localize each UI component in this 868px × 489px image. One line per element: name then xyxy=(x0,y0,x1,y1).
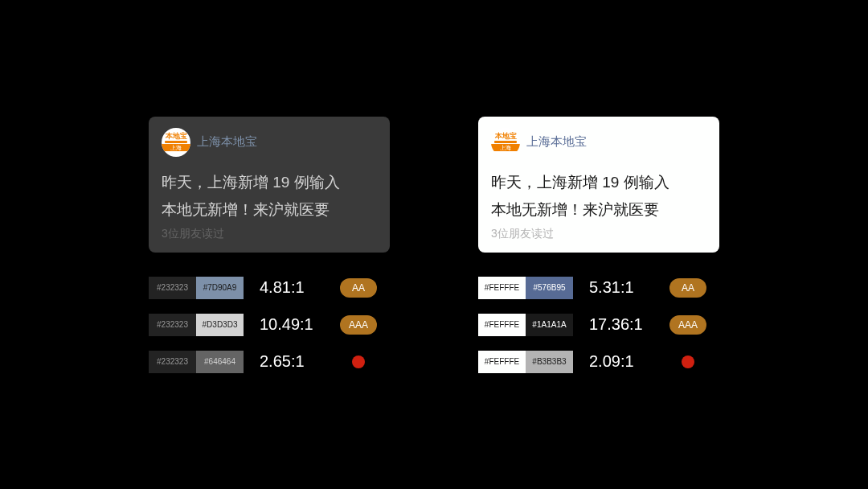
light-mode-panel: 本地宝 上海 上海本地宝 昨天，上海新增 19 例输入 本地无新增！来沪就医要 … xyxy=(478,117,719,373)
grade-badge: AAA xyxy=(669,315,706,335)
light-card: 本地宝 上海 上海本地宝 昨天，上海新增 19 例输入 本地无新增！来沪就医要 … xyxy=(478,117,719,253)
subtext: 3位朋友读过 xyxy=(162,227,377,241)
swatch-pair: #FEFFFE #B3B3B3 xyxy=(478,351,573,373)
contrast-row: #FEFFFE #576B95 5.31:1 AA xyxy=(478,277,719,299)
bg-swatch: #232323 xyxy=(149,314,196,336)
contrast-rows: #232323 #7D90A9 4.81:1 AA #232323 #D3D3D… xyxy=(149,277,390,373)
fg-swatch: #576B95 xyxy=(526,277,573,299)
contrast-row: #FEFFFE #1A1A1A 17.36:1 AAA xyxy=(478,314,719,336)
avatar: 本地宝 上海 xyxy=(491,128,520,157)
fg-swatch: #646464 xyxy=(196,351,244,373)
contrast-row: #232323 #646464 2.65:1 xyxy=(149,351,390,373)
avatar-bottom: 上海 xyxy=(491,144,520,151)
grade-badge: AA xyxy=(340,278,377,298)
fg-swatch: #7D90A9 xyxy=(196,277,244,299)
card-header: 本地宝 上海 上海本地宝 xyxy=(491,128,706,157)
contrast-ratio: 2.65:1 xyxy=(260,352,324,371)
bg-swatch: #FEFFFE xyxy=(478,314,526,336)
swatch-pair: #232323 #7D90A9 xyxy=(149,277,244,299)
contrast-row: #232323 #D3D3D3 10.49:1 AAA xyxy=(149,314,390,336)
headline-line2: 本地无新增！来沪就医要 xyxy=(491,199,706,222)
bg-swatch: #FEFFFE xyxy=(478,351,526,373)
contrast-ratio: 4.81:1 xyxy=(260,278,324,297)
contrast-ratio: 2.09:1 xyxy=(589,352,653,371)
avatar-top: 本地宝 xyxy=(495,133,517,140)
subtext: 3位朋友读过 xyxy=(491,227,706,241)
card-header: 本地宝 上海 上海本地宝 xyxy=(162,128,377,157)
avatar-divider xyxy=(165,141,188,143)
avatar-bottom: 上海 xyxy=(162,144,190,151)
source-name: 上海本地宝 xyxy=(197,134,257,150)
swatch-pair: #FEFFFE #1A1A1A xyxy=(478,314,573,336)
avatar: 本地宝 上海 xyxy=(162,128,190,157)
bg-swatch: #FEFFFE xyxy=(478,277,526,299)
contrast-row: #FEFFFE #B3B3B3 2.09:1 xyxy=(478,351,719,373)
grade-badge: AA xyxy=(669,278,706,298)
headline-line1: 昨天，上海新增 19 例输入 xyxy=(162,171,377,195)
headline-line2: 本地无新增！来沪就医要 xyxy=(162,199,377,222)
swatch-pair: #232323 #646464 xyxy=(149,351,244,373)
fg-swatch: #B3B3B3 xyxy=(526,351,573,373)
avatar-top: 本地宝 xyxy=(166,133,187,140)
swatch-pair: #FEFFFE #576B95 xyxy=(478,277,573,299)
avatar-divider xyxy=(494,141,518,143)
fg-swatch: #D3D3D3 xyxy=(196,314,244,336)
grade-badge: AAA xyxy=(340,315,377,335)
dark-card: 本地宝 上海 上海本地宝 昨天，上海新增 19 例输入 本地无新增！来沪就医要 … xyxy=(149,117,390,253)
fail-dot-icon xyxy=(682,355,694,368)
swatch-pair: #232323 #D3D3D3 xyxy=(149,314,244,336)
dark-mode-panel: 本地宝 上海 上海本地宝 昨天，上海新增 19 例输入 本地无新增！来沪就医要 … xyxy=(149,117,390,373)
bg-swatch: #232323 xyxy=(149,277,196,299)
fg-swatch: #1A1A1A xyxy=(526,314,573,336)
contrast-ratio: 10.49:1 xyxy=(260,315,324,334)
contrast-row: #232323 #7D90A9 4.81:1 AA xyxy=(149,277,390,299)
source-name: 上海本地宝 xyxy=(526,134,587,150)
contrast-rows: #FEFFFE #576B95 5.31:1 AA #FEFFFE #1A1A1… xyxy=(478,277,719,373)
contrast-ratio: 5.31:1 xyxy=(589,278,653,297)
bg-swatch: #232323 xyxy=(149,351,196,373)
headline-line1: 昨天，上海新增 19 例输入 xyxy=(491,171,706,195)
fail-dot-icon xyxy=(352,355,365,368)
contrast-ratio: 17.36:1 xyxy=(589,315,653,334)
